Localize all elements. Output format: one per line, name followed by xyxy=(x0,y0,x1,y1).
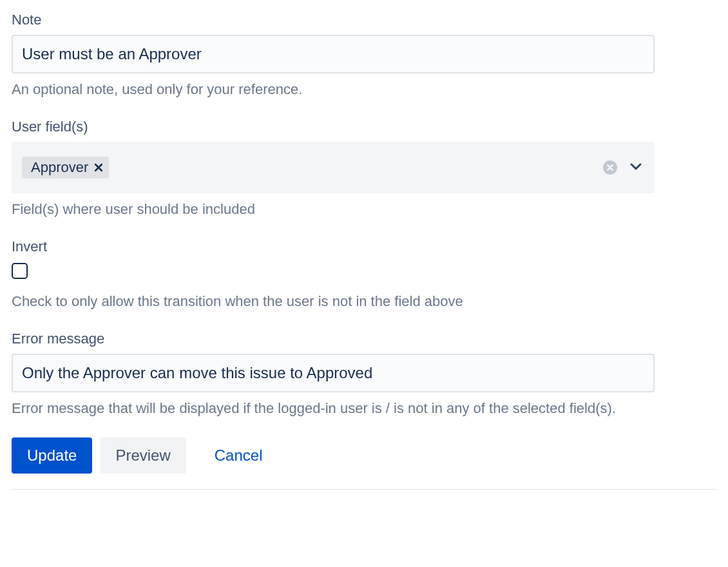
invert-checkbox[interactable] xyxy=(12,263,28,279)
remove-tag-icon[interactable] xyxy=(95,164,102,171)
invert-help-text: Check to only allow this transition when… xyxy=(12,293,716,310)
invert-label: Invert xyxy=(12,238,716,255)
error-message-input[interactable] xyxy=(12,354,655,392)
cancel-button[interactable]: Cancel xyxy=(194,437,283,474)
note-input[interactable] xyxy=(12,35,655,73)
user-field-tag: Approver xyxy=(22,157,109,178)
user-fields-label: User field(s) xyxy=(12,119,716,135)
user-field-tag-label: Approver xyxy=(31,159,88,176)
error-message-label: Error message xyxy=(12,331,716,347)
update-button[interactable]: Update xyxy=(12,437,92,474)
chevron-down-icon[interactable] xyxy=(630,162,642,173)
preview-button[interactable]: Preview xyxy=(100,437,186,474)
clear-all-icon[interactable] xyxy=(603,160,617,175)
error-message-help-text: Error message that will be displayed if … xyxy=(12,400,716,417)
note-help-text: An optional note, used only for your ref… xyxy=(12,81,716,98)
user-fields-select[interactable]: Approver xyxy=(12,142,655,193)
note-label: Note xyxy=(12,12,716,28)
user-fields-help-text: Field(s) where user should be included xyxy=(12,201,716,218)
